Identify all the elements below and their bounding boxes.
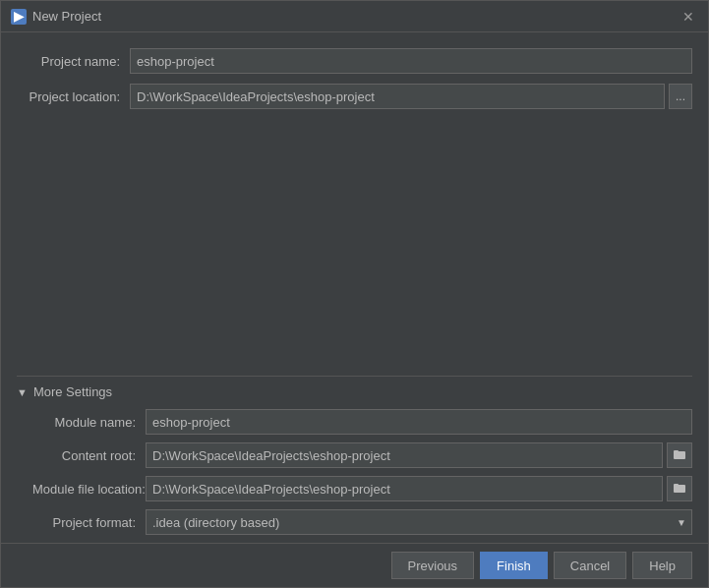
project-location-input[interactable]: [130, 84, 665, 109]
project-location-browse-button[interactable]: ...: [669, 84, 692, 109]
project-format-select-wrap: .idea (directory based) .ipr (file based…: [146, 509, 692, 535]
more-settings-label: More Settings: [33, 384, 112, 399]
dialog-title: New Project: [32, 9, 101, 24]
project-location-row: Project location: ...: [17, 84, 692, 109]
module-file-location-input-wrap: [146, 476, 692, 501]
title-bar-left: ▶ New Project: [11, 9, 101, 25]
project-format-label: Project format:: [32, 515, 146, 530]
module-file-location-label: Module file location:: [32, 482, 146, 497]
content-root-input[interactable]: [146, 442, 663, 468]
project-name-input-wrap: [130, 48, 692, 74]
project-name-row: Project name:: [17, 48, 692, 74]
more-settings-fields: Module name: Content root:: [32, 409, 692, 535]
project-location-label: Project location:: [17, 89, 130, 104]
close-button[interactable]: ✕: [679, 7, 698, 27]
module-file-location-browse-button[interactable]: [667, 476, 692, 501]
content-root-input-wrap: [146, 442, 692, 468]
app-icon: ▶: [11, 9, 27, 25]
dialog-content: Project name: Project location: ... ▼ Mo…: [1, 32, 708, 543]
project-format-row: Project format: .idea (directory based) …: [32, 509, 692, 535]
svg-rect-3: [674, 484, 679, 487]
project-format-select[interactable]: .idea (directory based) .ipr (file based…: [146, 509, 692, 535]
more-settings-header[interactable]: ▼ More Settings: [17, 384, 692, 399]
module-name-row: Module name:: [32, 409, 692, 435]
cancel-button[interactable]: Cancel: [554, 552, 626, 579]
project-name-input[interactable]: [130, 48, 692, 74]
module-name-input-wrap: [146, 409, 692, 435]
content-root-label: Content root:: [32, 448, 146, 463]
finish-button[interactable]: Finish: [480, 552, 548, 579]
project-format-dropdown-wrap: .idea (directory based) .ipr (file based…: [146, 509, 692, 535]
folder-icon: [674, 448, 685, 460]
previous-button[interactable]: Previous: [391, 552, 475, 579]
more-settings-section: ▼ More Settings Module name: Content roo…: [17, 376, 692, 535]
new-project-dialog: ▶ New Project ✕ Project name: Project lo…: [0, 0, 709, 588]
help-button[interactable]: Help: [632, 552, 692, 579]
title-bar: ▶ New Project ✕: [1, 1, 708, 32]
project-location-input-wrap: ...: [130, 84, 692, 109]
svg-rect-1: [674, 450, 679, 453]
module-file-location-row: Module file location:: [32, 476, 692, 501]
dialog-footer: Previous Finish Cancel Help: [1, 543, 708, 587]
module-file-location-input[interactable]: [146, 476, 663, 501]
folder-icon-2: [674, 482, 685, 494]
content-root-browse-button[interactable]: [667, 442, 692, 468]
spacer: [17, 119, 692, 366]
module-name-input[interactable]: [146, 409, 692, 435]
content-root-row: Content root:: [32, 442, 692, 468]
project-name-label: Project name:: [17, 54, 130, 69]
collapse-icon: ▼: [17, 386, 28, 398]
module-name-label: Module name:: [32, 415, 146, 430]
